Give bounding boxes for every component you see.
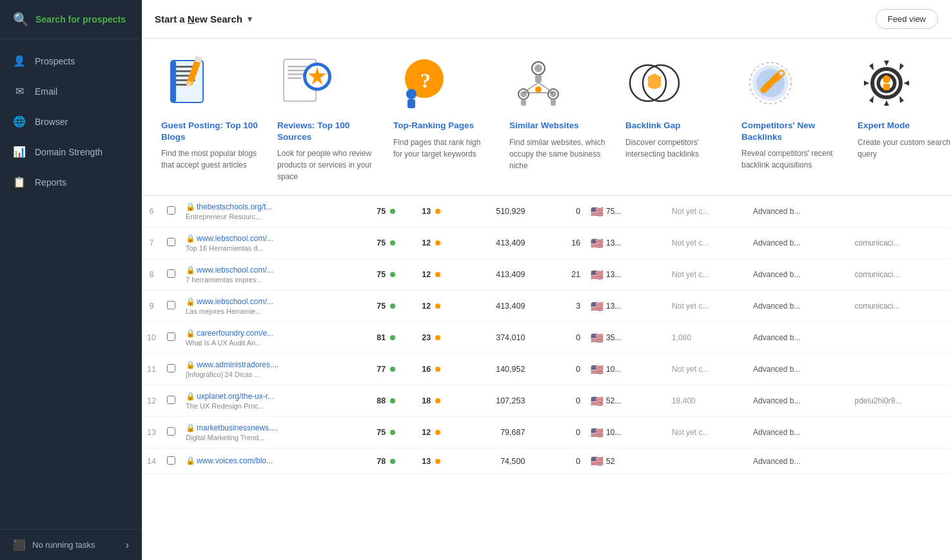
row-checkbox-cell[interactable] [161, 354, 181, 385]
table-row: 7 🔒www.iebschool.com/... Top 16 Herramie… [142, 227, 951, 259]
results-table: 6 🔒thebestschools.org/t... Entrepreneur … [142, 196, 951, 474]
new-search-button[interactable]: Start a New Search ▾ [155, 14, 252, 24]
row-dr: 75 [363, 259, 408, 291]
row-url-link[interactable]: 🔒www.iebschool.com/... [186, 297, 358, 306]
row-type: Advanced b... [748, 354, 849, 385]
row-checkbox[interactable] [167, 364, 175, 372]
search-mode-competitors-backlinks[interactable]: Competitors' New Backlinks Reveal compet… [741, 54, 838, 182]
row-checkbox[interactable] [167, 269, 175, 278]
reviews-title: Reviews: Top 100 Sources [277, 120, 374, 142]
table-row: 10 🔒careerfoundry.com/e... What Is A UX … [142, 322, 951, 354]
flag-emoji: 🇺🇸 [591, 455, 603, 467]
sidebar-item-prospects[interactable]: 👤 Prospects [0, 46, 142, 76]
lock-icon: 🔒 [186, 202, 195, 211]
table-row: 8 🔒www.iebschool.com/... 7 herramientas … [142, 259, 951, 291]
row-checkbox[interactable] [167, 396, 175, 404]
row-links: 0 [534, 385, 585, 417]
similar-websites-desc: Find similar websites, which occupy the … [509, 137, 606, 171]
row-type: Advanced b... [748, 322, 849, 354]
backlink-gap-desc: Discover competitors' intersecting backl… [625, 137, 722, 160]
row-url-link[interactable]: 🔒uxplanet.org/the-ux-r... [186, 392, 358, 401]
svg-point-46 [883, 75, 890, 83]
row-checkbox[interactable] [167, 456, 175, 465]
row-checkbox-cell[interactable] [161, 259, 181, 291]
similar-websites-title: Similar Websites [509, 120, 579, 131]
row-dr: 75 [363, 417, 408, 449]
feed-view-button[interactable]: Feed view [876, 9, 938, 29]
row-checkbox[interactable] [167, 238, 175, 246]
search-mode-reviews[interactable]: Reviews: Top 100 Sources Look for people… [277, 54, 374, 182]
row-subtitle: Las mejores Herramie... [186, 307, 358, 315]
search-mode-backlink-gap[interactable]: Backlink Gap Discover competitors' inter… [625, 54, 722, 182]
row-url-cell: 🔒marketbusinessnews.... Digital Marketin… [181, 417, 363, 449]
row-url-link[interactable]: 🔒www.iebschool.com/... [186, 266, 358, 275]
sidebar-item-domain-strength[interactable]: 📊 Domain Strength [0, 137, 142, 167]
row-checkbox-cell[interactable] [161, 196, 181, 227]
flag-value: 35... [606, 333, 621, 342]
row-url-link[interactable]: 🔒careerfoundry.com/e... [186, 329, 358, 338]
svg-rect-12 [288, 70, 306, 72]
sidebar-item-email[interactable]: ✉ Email [0, 76, 142, 106]
row-checkbox-cell[interactable] [161, 417, 181, 449]
backlink-gap-title: Backlink Gap [625, 120, 681, 131]
row-checkbox-cell[interactable] [161, 291, 181, 322]
row-tag [850, 354, 952, 385]
sidebar-item-browser[interactable]: 🌐 Browser [0, 106, 142, 137]
row-ur: 16 [408, 354, 453, 385]
row-checkbox-cell[interactable] [161, 322, 181, 354]
row-type: Advanced b... [748, 196, 849, 227]
sidebar-logo[interactable]: 🔍 Search for prospects [0, 0, 142, 39]
row-traffic: 79,687 [453, 417, 534, 449]
row-url-cell: 🔒thebestschools.org/t... Entrepreneur Re… [181, 196, 363, 227]
row-tag [850, 322, 952, 354]
lock-icon: 🔒 [186, 329, 195, 338]
row-url-link[interactable]: 🔒www.voices.com/blo... [186, 456, 358, 465]
topbar: Start a New Search ▾ Feed view [142, 0, 951, 39]
row-url-link[interactable]: 🔒marketbusinessnews.... [186, 423, 358, 432]
expert-mode-title: Expert Mode [858, 120, 910, 131]
flag-value: 52... [606, 396, 621, 405]
guest-posting-desc: Find the most popular blogs that accept … [161, 148, 258, 171]
row-flag: 🇺🇸 10... [585, 354, 667, 385]
row-checkbox[interactable] [167, 206, 175, 215]
row-url-link[interactable]: 🔒www.iebschool.com/... [186, 234, 358, 243]
svg-point-35 [535, 86, 542, 93]
reports-icon: 📋 [13, 176, 26, 188]
search-mode-similar-websites[interactable]: Similar Websites Find similar websites, … [509, 54, 606, 182]
row-ur: 12 [408, 227, 453, 259]
search-mode-expert-mode[interactable]: Expert Mode Create your custom search qu… [858, 54, 951, 182]
row-url-cell: 🔒www.iebschool.com/... Las mejores Herra… [181, 291, 363, 322]
dr-dot [390, 335, 395, 340]
svg-point-30 [550, 91, 556, 97]
row-subtitle: Entrepreneur Resourc... [186, 213, 358, 220]
sidebar-item-label: Reports [35, 177, 66, 188]
row-checkbox-cell[interactable] [161, 227, 181, 259]
expert-mode-icon [858, 54, 916, 112]
row-url-cell: 🔒www.administradores.... [Infográfico] 2… [181, 354, 363, 385]
row-tag: comunicaci... [850, 291, 952, 322]
row-checkbox-cell[interactable] [161, 449, 181, 474]
ur-dot [435, 459, 440, 464]
row-checkbox[interactable] [167, 333, 175, 341]
sidebar-footer[interactable]: ⬛ No running tasks › [0, 529, 142, 560]
search-mode-guest-posting[interactable]: Guest Posting: Top 100 Blogs Find the mo… [161, 54, 258, 182]
row-checkbox-cell[interactable] [161, 385, 181, 417]
ur-dot [435, 398, 440, 403]
sidebar-item-reports[interactable]: 📋 Reports [0, 167, 142, 197]
row-url-link[interactable]: 🔒www.administradores.... [186, 360, 358, 369]
row-url-link[interactable]: 🔒thebestschools.org/t... [186, 202, 358, 211]
row-number: 14 [142, 449, 161, 474]
search-mode-top-ranking[interactable]: ? Top-Ranking Pages Find pages that rank… [393, 54, 490, 182]
row-checkbox[interactable] [167, 427, 175, 436]
svg-rect-11 [288, 66, 308, 68]
flag-emoji: 🇺🇸 [591, 363, 603, 376]
row-links: 0 [534, 417, 585, 449]
collapse-sidebar-button[interactable]: › [126, 539, 129, 551]
row-dr: 75 [363, 227, 408, 259]
row-type: Advanced b... [748, 227, 849, 259]
row-type: Advanced b... [748, 449, 849, 474]
ur-dot [435, 335, 440, 340]
svg-rect-14 [288, 77, 302, 79]
row-checkbox[interactable] [167, 301, 175, 309]
row-flag: 🇺🇸 35... [585, 322, 667, 354]
